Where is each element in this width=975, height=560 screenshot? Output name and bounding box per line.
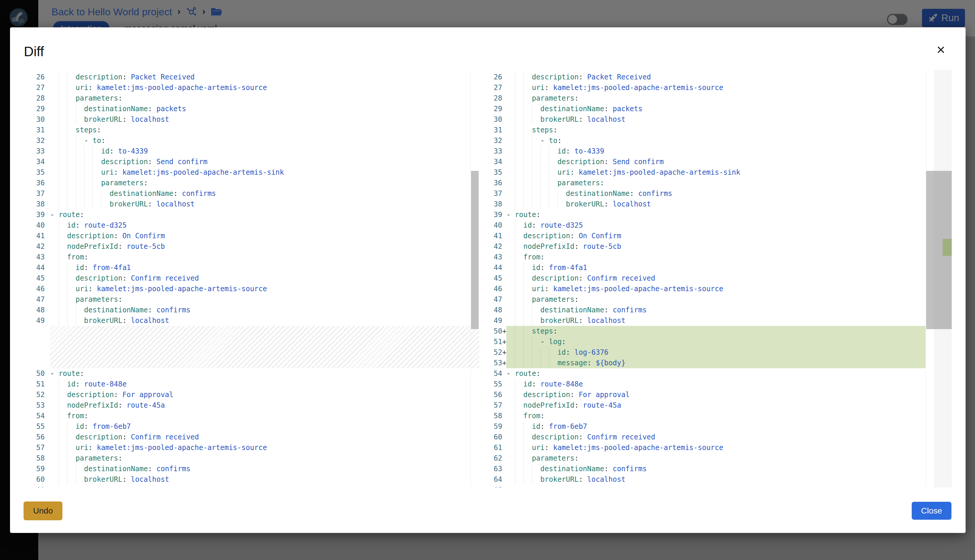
yaml-key: from: [523, 253, 540, 261]
overview-ruler[interactable]: [934, 70, 952, 487]
yaml-key: message: [557, 359, 587, 367]
added-marker: [502, 167, 506, 178]
line-number: 30: [28, 114, 45, 125]
indent-guide: [540, 167, 541, 178]
indent-guide: [59, 442, 59, 453]
yaml-value: confirms: [609, 306, 647, 314]
code-line: 31 steps:: [489, 125, 926, 135]
yaml-key: route: [59, 211, 80, 219]
yaml-value: kamelet:jms-pooled-apache-artemis-source: [549, 285, 723, 293]
yaml-key: id: [523, 380, 532, 388]
code-line: 30 brokerURL: localhost: [28, 114, 479, 125]
code-line: 29 destinationName: packets: [28, 103, 479, 114]
indent-guide: [523, 188, 524, 199]
yaml-key: description: [532, 73, 579, 81]
yaml-colon: :: [574, 295, 579, 303]
code-line: 63 destinationName: confirms: [489, 463, 926, 474]
code-line: 50- route:: [28, 368, 479, 379]
code-editor-original[interactable]: 26 description: Packet Received27 uri: k…: [23, 70, 479, 487]
indent-guide: [540, 146, 541, 157]
added-marker: [502, 411, 506, 421]
code-text: uri: kamelet:jms-pooled-apache-artemis-s…: [50, 283, 479, 294]
yaml-key: uri: [76, 443, 88, 452]
code-text: [50, 485, 479, 487]
indent-guide: [67, 421, 67, 432]
yaml-colon: :: [118, 454, 122, 462]
indent-guide: [523, 283, 524, 294]
added-marker: [502, 283, 506, 294]
code-line: 47 parameters:: [28, 294, 479, 305]
yaml-value: On Confirm: [118, 232, 165, 240]
added-marker: [502, 379, 506, 389]
code-text: id: route-d325: [50, 220, 479, 231]
code-text: uri: kamelet:jms-pooled-apache-artemis-s…: [506, 283, 926, 294]
yaml-key: destinationName: [540, 105, 604, 113]
yaml-value: For approval: [118, 391, 173, 399]
indent-guide: [101, 199, 101, 209]
code-text: brokerURL: localhost: [50, 199, 479, 209]
yaml-key: uri: [557, 168, 570, 177]
yaml-value: log-6376: [570, 348, 609, 357]
indent-guide: [523, 347, 524, 358]
right-scrollbar-thumb[interactable]: [926, 171, 934, 329]
yaml-colon: :: [536, 369, 540, 378]
line-number: 47: [489, 294, 502, 305]
line-number: 37: [489, 188, 502, 199]
yaml-colon: :: [122, 274, 127, 282]
line-number: 57: [28, 442, 45, 453]
code-text: description: Packet Received: [506, 72, 926, 82]
code-text: destinationName: confirms: [506, 305, 926, 315]
left-scrollbar[interactable]: [470, 70, 479, 487]
left-scrollbar-thumb[interactable]: [471, 171, 479, 329]
line-number: 65: [489, 485, 502, 487]
line-number: 49: [28, 315, 45, 326]
code-text: description: On Confirm: [506, 231, 926, 241]
yaml-colon: :: [148, 105, 152, 113]
yaml-key: log: [549, 338, 562, 346]
yaml-value: Send confirm: [152, 158, 207, 166]
undo-button[interactable]: Undo: [23, 502, 62, 520]
indent-guide: [59, 199, 59, 209]
code-editor-modified[interactable]: 26 description: Packet Received27 uri: k…: [489, 70, 926, 487]
yaml-value: On Confirm: [574, 232, 621, 240]
indent-guide: [67, 82, 67, 93]
added-marker: [502, 368, 506, 379]
yaml-key: brokerURL: [540, 115, 579, 123]
yaml-dash: -: [540, 137, 549, 145]
close-icon[interactable]: ×: [932, 40, 950, 59]
indent-guide: [59, 273, 59, 283]
indent-guide: [523, 262, 524, 273]
yaml-colon: :: [574, 94, 579, 102]
added-marker: [45, 167, 50, 178]
code-text: description: Confirm received: [50, 273, 479, 283]
line-number: 38: [489, 199, 502, 209]
indent-guide: [523, 273, 524, 283]
code-line: 52 description: For approval: [28, 389, 479, 400]
code-line: 58 parameters:: [28, 453, 479, 463]
yaml-key: id: [532, 422, 540, 431]
code-line: 38 brokerURL: localhost: [489, 199, 926, 209]
yaml-value: localhost: [609, 200, 651, 208]
added-marker: [45, 474, 50, 485]
added-marker: [45, 103, 50, 114]
yaml-colon: :: [570, 391, 574, 399]
line-number: 46: [28, 283, 45, 294]
indent-guide: [67, 305, 67, 315]
yaml-colon: :: [84, 263, 88, 272]
indent-guide: [523, 432, 524, 442]
code-text: description: For approval: [50, 389, 479, 400]
yaml-value: route-45a: [122, 401, 165, 409]
yaml-key: from: [67, 253, 84, 261]
indent-guide: [532, 135, 532, 146]
code-text: destinationName: confirms: [50, 463, 479, 474]
line-number: 60: [28, 474, 45, 485]
code-text: uri: kamelet:jms-pooled-apache-artemis-s…: [50, 82, 479, 93]
close-button[interactable]: Close: [912, 502, 952, 520]
right-scrollbar[interactable]: [926, 70, 934, 487]
hatch-pattern: [50, 326, 479, 368]
yaml-colon: :: [118, 401, 122, 409]
line-number: 31: [28, 125, 45, 135]
indent-guide: [59, 262, 59, 273]
indent-guide: [557, 188, 558, 199]
code-text: nodePrefixId: route-5cb: [50, 241, 479, 252]
